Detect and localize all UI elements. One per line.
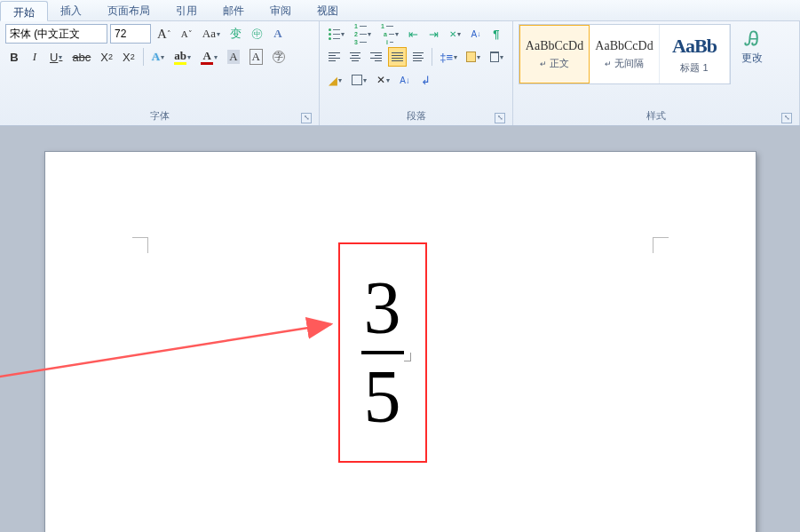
show-marks-button[interactable]: ¶ <box>487 24 505 44</box>
document-page[interactable]: 3 5 <box>44 151 756 532</box>
style-heading-1[interactable]: AaBb 标题 1 <box>660 25 730 83</box>
annotation-arrow <box>0 312 356 383</box>
superscript-button[interactable]: X2 <box>119 47 139 67</box>
separator <box>432 48 432 66</box>
bullets-button[interactable]: ▾ <box>325 24 348 44</box>
align-left-button[interactable] <box>325 47 344 67</box>
styles-gallery[interactable]: AaBbCcDd ↵ 正文 AaBbCcDd ↵ 无间隔 AaBb 标题 1 <box>519 24 731 84</box>
enclose-circle-button[interactable]: 字 <box>269 47 289 67</box>
text-cursor <box>404 353 411 361</box>
strikethrough-button[interactable]: abc <box>68 47 94 67</box>
border-grid-button[interactable]: ▾ <box>348 70 370 90</box>
align-justify-button[interactable] <box>388 47 407 67</box>
change-styles-button[interactable]: Ꭿ 更改 <box>736 24 768 69</box>
char-shading-button[interactable]: A <box>224 47 242 67</box>
document-workspace: 3 5 <box>0 126 800 532</box>
font-color-button[interactable]: A▾ <box>197 47 221 67</box>
ribbon: A˄ A˅ Aa▾ 变 ㊥ A B I U▾ abc X2 X2 A▾ ab▾ … <box>0 21 800 126</box>
decrease-indent-button[interactable]: ⇤ <box>405 24 423 44</box>
svg-line-0 <box>0 324 331 379</box>
enclose-chars-button[interactable]: ㊥ <box>248 24 266 44</box>
margin-mark-top-left <box>132 237 148 253</box>
tab-view[interactable]: 视图 <box>305 0 352 20</box>
style-normal[interactable]: AaBbCcDd ↵ 正文 <box>519 25 590 83</box>
clear-formatting-button[interactable]: A <box>269 24 287 44</box>
group-styles: AaBbCcDd ↵ 正文 AaBbCcDd ↵ 无间隔 AaBb 标题 1 Ꭿ… <box>513 21 800 125</box>
tab-references[interactable]: 引用 <box>163 0 210 20</box>
underline-button[interactable]: U▾ <box>46 47 66 67</box>
group-paragraph: ▾ 123▾ 1ai▾ ⇤ ⇥ ✕▾ A↓ ¶ ‡≡▾ ▾ ▾ <box>320 21 513 125</box>
asian-layout-button[interactable]: ✕▾ <box>446 24 464 44</box>
increase-indent-button[interactable]: ⇥ <box>425 24 443 44</box>
tab-home[interactable]: 开始 <box>0 1 48 21</box>
separator <box>143 48 144 66</box>
tab-page-layout[interactable]: 页面布局 <box>95 0 163 20</box>
change-styles-icon: Ꭿ <box>745 28 759 51</box>
line-spacing-button[interactable]: ‡≡▾ <box>437 47 460 67</box>
sort-para-button[interactable]: A↓ <box>396 70 414 90</box>
group-font-label: 字体 ⤡ <box>5 107 313 125</box>
shading-button[interactable]: ▾ <box>463 47 483 67</box>
fraction-highlight-box: 3 5 <box>338 242 427 463</box>
multilevel-button[interactable]: 1ai▾ <box>377 24 402 44</box>
ribbon-tabs: 开始 插入 页面布局 引用 邮件 审阅 视图 <box>0 0 800 21</box>
group-styles-label: 样式 ⤡ <box>519 107 794 125</box>
snap-button[interactable]: ✕▾ <box>373 70 393 90</box>
margin-mark-top-right <box>653 237 669 253</box>
styles-dialog-launcher[interactable]: ⤡ <box>781 113 792 123</box>
shading-fill-button[interactable]: ◢▾ <box>325 70 345 90</box>
font-dialog-launcher[interactable]: ⤡ <box>301 113 312 123</box>
highlight-button[interactable]: ab▾ <box>170 47 194 67</box>
bold-button[interactable]: B <box>5 47 23 67</box>
fraction-numerator[interactable]: 3 <box>364 271 401 345</box>
font-name-combo[interactable] <box>5 24 107 44</box>
phonetic-guide-button[interactable]: 变 <box>226 24 245 44</box>
tab-review[interactable]: 审阅 <box>257 0 305 20</box>
grow-font-button[interactable]: A˄ <box>154 24 175 44</box>
align-distribute-button[interactable] <box>409 47 428 67</box>
numbering-button[interactable]: 123▾ <box>351 24 375 44</box>
borders-button[interactable]: ▾ <box>487 47 507 67</box>
fraction-denominator[interactable]: 5 <box>364 360 401 434</box>
fraction-bar <box>361 351 404 354</box>
text-effects-button[interactable]: A▾ <box>148 47 168 67</box>
sort-button[interactable]: A↓ <box>467 24 485 44</box>
tab-mailings[interactable]: 邮件 <box>210 0 257 20</box>
subscript-button[interactable]: X2 <box>97 47 116 67</box>
italic-button[interactable]: I <box>26 47 44 67</box>
paragraph-dialog-launcher[interactable]: ⤡ <box>495 113 505 123</box>
align-right-button[interactable] <box>367 47 385 67</box>
group-font: A˄ A˅ Aa▾ 变 ㊥ A B I U▾ abc X2 X2 A▾ ab▾ … <box>0 21 320 125</box>
char-border-button[interactable]: A <box>246 47 266 67</box>
font-size-combo[interactable] <box>110 24 151 44</box>
shrink-font-button[interactable]: A˅ <box>178 24 196 44</box>
tab-insert[interactable]: 插入 <box>48 0 95 20</box>
group-paragraph-label: 段落 ⤡ <box>325 107 507 125</box>
align-center-button[interactable] <box>346 47 365 67</box>
change-case-button[interactable]: Aa▾ <box>199 24 224 44</box>
line-break-button[interactable]: ↲ <box>416 70 434 90</box>
style-no-spacing[interactable]: AaBbCcDd ↵ 无间隔 <box>590 25 660 83</box>
